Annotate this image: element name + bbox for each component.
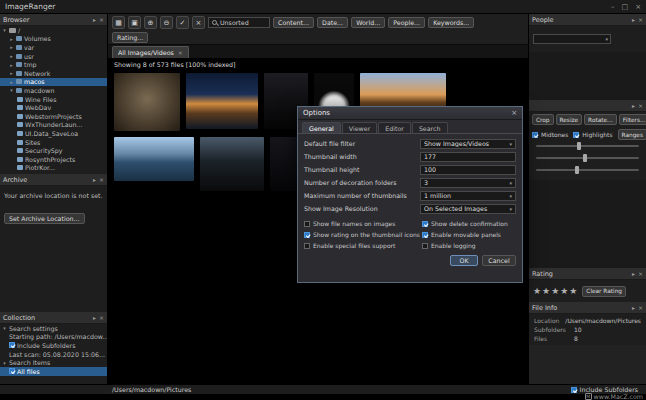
zoom-in-icon[interactable]: ⊕ xyxy=(144,16,157,29)
collapse-icon[interactable]: ▸ xyxy=(632,103,635,109)
show-rating-thumbnails-checkbox[interactable]: Show rating on the thumbnail icons xyxy=(304,231,422,238)
zoom-out-icon[interactable]: ⊖ xyxy=(160,16,173,29)
clear-selection-icon[interactable]: × xyxy=(192,16,205,29)
checkbox-icon[interactable] xyxy=(422,243,428,249)
tree-item[interactable]: Sites xyxy=(0,138,107,147)
adjustment-slider-1[interactable] xyxy=(532,140,643,152)
slider-handle[interactable] xyxy=(575,166,579,174)
tree-item-tmp[interactable]: ▸tmp xyxy=(0,60,107,69)
image-resolution-select[interactable]: On Selected Images ▾ xyxy=(420,204,516,214)
tab-editor[interactable]: Editor xyxy=(378,122,411,133)
collapse-icon[interactable]: ▸ xyxy=(93,177,96,183)
tree-item-root[interactable]: ▾/ xyxy=(0,26,107,35)
checkbox-checked-icon[interactable] xyxy=(9,368,15,374)
keywords-filter-button[interactable]: Keywords... xyxy=(428,17,474,28)
expander-icon[interactable]: ▾ xyxy=(9,87,14,93)
expander-icon[interactable]: ▸ xyxy=(9,53,14,59)
thumbnail-mountain-lake-panorama[interactable] xyxy=(114,137,194,181)
expander-icon[interactable]: ▸ xyxy=(9,79,14,85)
expander-icon[interactable]: ▾ xyxy=(2,325,7,331)
tree-item-macdown[interactable]: ▾macdown xyxy=(0,86,107,95)
collection-search-items[interactable]: ▾Search Items xyxy=(0,358,107,367)
tree-item[interactable]: WxThunderLaun... xyxy=(0,121,107,130)
checkbox-checked-icon[interactable] xyxy=(304,232,310,238)
date-filter-button[interactable]: Date... xyxy=(317,17,348,28)
max-thumbnails-select[interactable]: 1 million ▾ xyxy=(420,191,516,201)
close-icon[interactable]: × xyxy=(99,17,104,23)
tree-item[interactable]: WebstormProjects xyxy=(0,112,107,121)
close-icon[interactable]: × xyxy=(638,17,643,23)
close-icon[interactable]: × xyxy=(638,271,643,277)
collapse-icon[interactable]: ▸ xyxy=(93,17,96,23)
grid-view-icon[interactable]: ▦ xyxy=(112,16,125,29)
star-rating-icons[interactable]: ★★★★★ xyxy=(533,286,578,296)
tab-search[interactable]: Search xyxy=(412,122,448,133)
ranges-button[interactable]: Ranges xyxy=(618,129,646,140)
expander-icon[interactable]: ▾ xyxy=(2,27,7,33)
resize-button[interactable]: Resize xyxy=(556,114,583,125)
close-icon[interactable]: × xyxy=(638,305,643,311)
thumbnail-engraved-map[interactable] xyxy=(114,73,180,131)
ok-button[interactable]: OK xyxy=(450,255,478,266)
expander-icon[interactable]: ▸ xyxy=(9,36,14,42)
close-icon[interactable]: × xyxy=(638,103,643,109)
slider-handle[interactable] xyxy=(583,154,587,162)
tree-item[interactable]: SecuritySpy xyxy=(0,146,107,155)
adjustment-slider-3[interactable] xyxy=(532,164,643,176)
tab-close-icon[interactable]: × xyxy=(178,50,183,56)
close-icon[interactable]: × xyxy=(99,177,104,183)
collapse-icon[interactable]: ▸ xyxy=(93,315,96,321)
collection-search-settings[interactable]: ▾Search settings xyxy=(0,324,107,333)
people-filter-button[interactable]: People... xyxy=(388,17,425,28)
checkbox-checked-icon[interactable] xyxy=(9,342,15,348)
tree-item-network[interactable]: ▸Network xyxy=(0,69,107,78)
image-view-icon[interactable]: ▣ xyxy=(128,16,141,29)
close-icon[interactable]: × xyxy=(99,315,104,321)
dialog-close-icon[interactable]: × xyxy=(511,109,517,117)
collapse-icon[interactable]: ▸ xyxy=(632,17,635,23)
maximize-button[interactable]: □ xyxy=(622,3,629,11)
enable-special-files-checkbox[interactable]: Enable special files support xyxy=(304,242,422,249)
set-archive-location-button[interactable]: Set Archive Location... xyxy=(4,213,85,224)
collapse-icon[interactable]: ▸ xyxy=(632,305,635,311)
checkbox-checked-icon[interactable] xyxy=(422,221,428,227)
tab-viewer[interactable]: Viewer xyxy=(342,122,377,133)
collection-all-files[interactable]: All files xyxy=(0,367,107,376)
filters-button[interactable]: Filters... xyxy=(619,114,646,125)
tree-item[interactable]: WebDav xyxy=(0,103,107,112)
default-file-filter-select[interactable]: Show Images/Videos ▾ xyxy=(420,139,516,149)
show-file-names-checkbox[interactable]: Show file names on images xyxy=(304,220,422,227)
collapse-icon[interactable]: ▸ xyxy=(632,271,635,277)
sort-filter-dropdown[interactable]: Unsorted xyxy=(208,17,270,28)
tree-item[interactable]: PiotrKor... xyxy=(0,164,107,173)
decoration-folders-select[interactable]: 3 ▾ xyxy=(420,178,516,188)
tree-item-macos[interactable]: ▸macos xyxy=(0,78,107,87)
content-filter-button[interactable]: Content... xyxy=(273,17,314,28)
people-search-combobox[interactable]: ▾ xyxy=(533,34,611,44)
expander-icon[interactable]: ▸ xyxy=(9,62,14,68)
tab-all-images-videos[interactable]: All Images/Videos × xyxy=(112,46,189,58)
close-button[interactable]: × xyxy=(635,3,641,11)
collection-include-subfolders[interactable]: Include Subfolders xyxy=(0,341,107,350)
thumbnail-venice-night[interactable] xyxy=(186,73,258,129)
enable-logging-checkbox[interactable]: Enable logging xyxy=(422,242,476,249)
expander-icon[interactable]: ▾ xyxy=(2,360,7,366)
checkbox-icon[interactable] xyxy=(304,221,310,227)
highlights-checkbox[interactable] xyxy=(573,132,579,138)
tree-item[interactable]: UI.Data_SaveLoa xyxy=(0,129,107,138)
cancel-button[interactable]: Cancel xyxy=(482,255,516,266)
minimize-button[interactable]: – xyxy=(611,3,615,11)
checkbox-checked-icon[interactable] xyxy=(422,232,428,238)
select-all-icon[interactable]: ✓ xyxy=(176,16,189,29)
thumbnail-width-input[interactable] xyxy=(420,152,516,162)
adjustment-slider-2[interactable] xyxy=(532,152,643,164)
tree-item[interactable]: RosynthProjects xyxy=(0,155,107,164)
crop-button[interactable]: Crop xyxy=(532,114,554,125)
slider-handle[interactable] xyxy=(577,142,581,150)
show-delete-confirmation-checkbox[interactable]: Show delete confirmation xyxy=(422,220,508,227)
tree-item-volumes[interactable]: ▸Volumes xyxy=(0,35,107,44)
clear-rating-button[interactable]: Clear Rating xyxy=(582,286,626,297)
rotate-button[interactable]: Rotate... xyxy=(584,114,617,125)
tree-item[interactable]: Wine Files xyxy=(0,95,107,104)
midtones-checkbox[interactable] xyxy=(532,132,538,138)
